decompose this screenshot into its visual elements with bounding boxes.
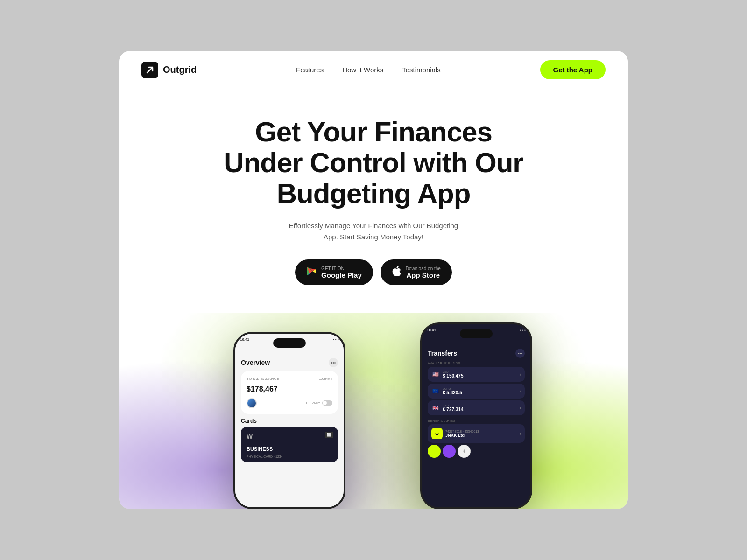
logo[interactable]: Outgrid <box>141 62 197 78</box>
phone-1-menu-dots: ••• <box>329 358 338 367</box>
logo-icon <box>141 62 158 78</box>
card-type: BUSINESS <box>247 446 273 452</box>
hero-heading: Get Your Finances Under Control with Our… <box>210 117 537 209</box>
phones-section: 10.41 ▪ ▪ ▪ Overview ••• TOTAL BALANCE -… <box>119 313 628 509</box>
phone-2-menu-dots: ••• <box>515 349 525 358</box>
apple-icon <box>392 265 401 280</box>
flag-usd: 🇺🇸 <box>431 370 440 378</box>
card-business: W ⬜ BUSINESS PHYSICAL CARD · 1234 <box>241 427 338 462</box>
fund-row-usd: 🇺🇸 USD $ 150,475 › <box>428 367 525 382</box>
phone-2-screen: 10.41 ▪ ▪ ▪ Transfers ••• AVAILABLE FUND… <box>422 324 530 507</box>
fund-row-eur: 🇪🇺 EURO € 5,320.5 › <box>428 384 525 399</box>
phone-overview: 10.41 ▪ ▪ ▪ Overview ••• TOTAL BALANCE -… <box>233 332 345 509</box>
page-wrapper: Outgrid Features How it Works Testimonia… <box>119 51 628 509</box>
logo-text: Outgrid <box>163 64 197 75</box>
avatar-add[interactable]: + <box>458 445 471 458</box>
phone-1-screen: 10.41 ▪ ▪ ▪ Overview ••• TOTAL BALANCE -… <box>235 334 344 507</box>
nav-testimonials[interactable]: Testimonials <box>402 66 441 74</box>
card-number: PHYSICAL CARD · 1234 <box>247 455 283 458</box>
get-app-button[interactable]: Get the App <box>540 60 606 79</box>
fund-row-gbp: 🇬🇧 GBP £ 727,314 › <box>428 400 525 415</box>
card-contactless-icon: ⬜ <box>325 432 333 438</box>
avatar-2 <box>443 445 456 458</box>
app-store-button[interactable]: Download on the App Store <box>381 259 452 285</box>
avatar-1 <box>428 445 441 458</box>
google-play-button[interactable]: GET IT ON Google Play <box>295 259 373 285</box>
hero-section: Get Your Finances Under Control with Our… <box>119 89 628 285</box>
beneficiary-avatars: + <box>428 445 525 458</box>
phone-2-title-bar: Transfers ••• <box>428 349 525 358</box>
arrow-usd: › <box>520 372 521 377</box>
toggle-thumb <box>323 401 327 405</box>
balance-bottom: PRIVACY <box>247 398 332 408</box>
navbar: Outgrid Features How it Works Testimonia… <box>119 51 628 89</box>
balance-top-row: TOTAL BALANCE -1.08% ↑ <box>247 377 332 381</box>
balance-amount: $178,467 <box>247 381 332 394</box>
flag-us <box>247 398 257 408</box>
beneficiary-logo: W <box>431 428 443 439</box>
phone-transfers: 10.41 ▪ ▪ ▪ Transfers ••• AVAILABLE FUND… <box>420 322 532 509</box>
hero-subtext: Effortlessly Manage Your Finances with O… <box>285 220 462 243</box>
phone-container: 10.41 ▪ ▪ ▪ Overview ••• TOTAL BALANCE -… <box>187 313 560 509</box>
cards-title: Cards <box>241 418 338 424</box>
beneficiary-row: W 742748518 · 45545613 JNKK Ltd › <box>428 424 525 443</box>
store-buttons: GET IT ON Google Play Download on the Ap… <box>141 259 606 285</box>
phone-1-notch <box>273 338 306 348</box>
arrow-eur: › <box>520 389 521 394</box>
arrow-beneficiary: › <box>520 431 521 436</box>
arrow-gbp: › <box>520 406 521 411</box>
nav-links: Features How it Works Testimonials <box>296 66 441 74</box>
balance-section: TOTAL BALANCE -1.08% ↑ $178,467 PRIVACY <box>241 371 338 414</box>
privacy-toggle[interactable]: PRIVACY <box>306 400 332 406</box>
beneficiaries-label: BENEFICIARIES <box>428 419 525 422</box>
phone-1-title-bar: Overview ••• <box>241 358 338 367</box>
google-play-icon <box>306 265 317 280</box>
flag-gbp: 🇬🇧 <box>431 404 440 412</box>
flag-eur: 🇪🇺 <box>431 387 440 395</box>
nav-features[interactable]: Features <box>296 66 324 74</box>
toggle-track <box>322 400 332 406</box>
nav-how-it-works[interactable]: How it Works <box>342 66 383 74</box>
card-logo: W <box>247 433 332 440</box>
available-funds-label: AVAILABLE FUNDS <box>428 362 525 365</box>
phone-2-notch <box>460 329 493 338</box>
